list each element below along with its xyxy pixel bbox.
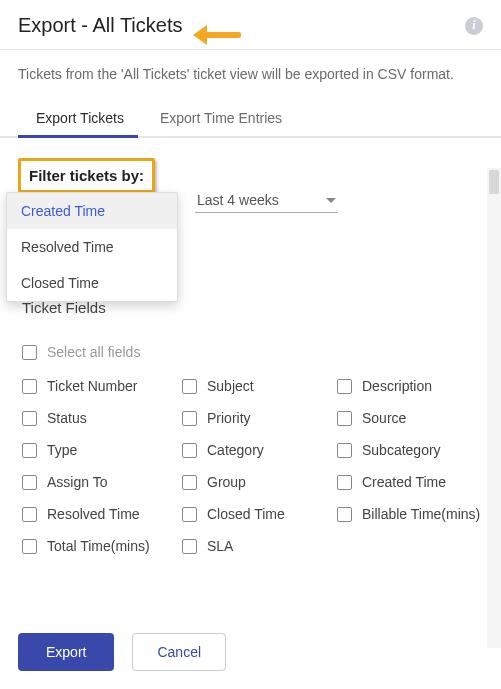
scrollbar-thumb[interactable]	[489, 170, 499, 194]
checkbox[interactable]	[337, 411, 352, 426]
checkbox[interactable]	[22, 507, 37, 522]
select-all-checkbox[interactable]	[22, 345, 37, 360]
field-total-time[interactable]: Total Time(mins)	[22, 538, 182, 554]
range-value: Last 4 weeks	[197, 192, 279, 208]
field-billable-time[interactable]: Billable Time(mins)	[337, 506, 487, 522]
subtitle: Tickets from the 'All Tickets' ticket vi…	[0, 50, 501, 98]
checkbox[interactable]	[22, 539, 37, 554]
field-type[interactable]: Type	[22, 442, 182, 458]
field-subcategory[interactable]: Subcategory	[337, 442, 487, 458]
checkbox[interactable]	[182, 443, 197, 458]
field-group[interactable]: Group	[182, 474, 337, 490]
checkbox[interactable]	[337, 379, 352, 394]
field-resolved-time[interactable]: Resolved Time	[22, 506, 182, 522]
cancel-button[interactable]: Cancel	[132, 633, 226, 671]
filter-label: Filter tickets by:	[18, 158, 155, 193]
range-select[interactable]: Last 4 weeks	[195, 186, 338, 213]
dropdown-item-created[interactable]: Created Time	[7, 193, 177, 229]
tab-export-time[interactable]: Export Time Entries	[142, 98, 300, 136]
tabs: Export Tickets Export Time Entries	[0, 98, 501, 138]
select-all-label: Select all fields	[47, 344, 140, 360]
info-icon[interactable]: i	[465, 17, 483, 35]
field-closed-time[interactable]: Closed Time	[182, 506, 337, 522]
checkbox[interactable]	[182, 475, 197, 490]
checkbox[interactable]	[337, 507, 352, 522]
dropdown-item-resolved[interactable]: Resolved Time	[7, 229, 177, 265]
checkbox[interactable]	[22, 411, 37, 426]
dropdown-item-closed[interactable]: Closed Time	[7, 265, 177, 301]
field-description[interactable]: Description	[337, 378, 487, 394]
select-all-row[interactable]: Select all fields	[18, 338, 483, 366]
field-status[interactable]: Status	[22, 410, 182, 426]
field-priority[interactable]: Priority	[182, 410, 337, 426]
field-created-time[interactable]: Created Time	[337, 474, 487, 490]
scrollbar-track[interactable]	[487, 168, 501, 648]
checkbox[interactable]	[337, 443, 352, 458]
fields-grid: Ticket Number Subject Description Status…	[18, 374, 483, 554]
filter-dropdown: Created Time Resolved Time Closed Time	[6, 192, 178, 302]
checkbox[interactable]	[22, 475, 37, 490]
field-assign-to[interactable]: Assign To	[22, 474, 182, 490]
chevron-down-icon	[326, 198, 336, 203]
checkbox[interactable]	[182, 379, 197, 394]
field-source[interactable]: Source	[337, 410, 487, 426]
checkbox[interactable]	[337, 475, 352, 490]
field-category[interactable]: Category	[182, 442, 337, 458]
export-button[interactable]: Export	[18, 633, 114, 671]
checkbox[interactable]	[182, 539, 197, 554]
field-ticket-number[interactable]: Ticket Number	[22, 378, 182, 394]
checkbox[interactable]	[22, 443, 37, 458]
field-subject[interactable]: Subject	[182, 378, 337, 394]
checkbox[interactable]	[182, 411, 197, 426]
page-title: Export - All Tickets	[18, 14, 183, 37]
checkbox[interactable]	[22, 379, 37, 394]
field-sla[interactable]: SLA	[182, 538, 337, 554]
tab-export-tickets[interactable]: Export Tickets	[18, 98, 142, 136]
checkbox[interactable]	[182, 507, 197, 522]
